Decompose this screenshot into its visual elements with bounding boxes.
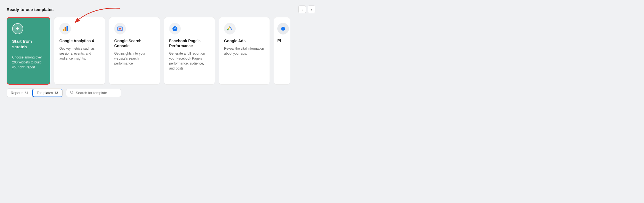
search-box[interactable] [66,89,121,97]
card-gads-desc: Reveal the vital information about your … [224,46,265,56]
card-fb-desc: Generate a full report on your Facebook … [169,51,210,71]
reports-label: Reports [11,91,23,95]
search-input[interactable] [76,91,117,95]
card-partial[interactable]: Pl [274,17,290,85]
cards-row: + Start from scratch Choose among over 2… [7,17,315,85]
tab-group: Reports 61 Templates 13 [7,89,63,97]
card-scratch[interactable]: + Start from scratch Choose among over 2… [7,17,50,85]
card-gads-title: Google Ads [224,38,265,43]
bottom-row: Reports 61 Templates 13 [7,89,315,97]
svg-rect-2 [66,26,68,31]
search-console-icon [114,23,126,34]
google-ads-icon [224,23,236,34]
google-analytics-icon [59,23,71,34]
templates-count: 13 [54,91,58,95]
card-google-ads[interactable]: Google Ads Reveal the vital information … [219,17,270,85]
partial-icon [277,23,289,34]
svg-point-10 [281,27,285,31]
svg-rect-1 [65,27,66,31]
nav-buttons: ‹ › [298,6,315,13]
card-search-console[interactable]: Google Search Console Get insights into … [109,17,160,85]
card-scratch-desc: Choose among over 200 widgets to build y… [12,55,45,70]
card-facebook[interactable]: Facebook Page's Performance Generate a f… [164,17,215,85]
page-title: Ready-to-use-templates [7,7,54,12]
card-ga4-title: Google Analytics 4 [59,38,100,43]
facebook-icon [169,23,181,34]
templates-label: Templates [37,91,53,95]
card-google-analytics[interactable]: Google Analytics 4 Get key metrics such … [54,17,105,85]
svg-line-12 [73,93,73,94]
plus-icon: + [12,23,23,34]
svg-rect-0 [63,29,64,31]
search-icon [70,91,74,95]
partial-title: Pl [277,38,287,43]
card-fb-title: Facebook Page's Performance [169,38,210,48]
prev-button[interactable]: ‹ [298,6,306,13]
reports-count: 61 [25,91,28,95]
header-row: Ready-to-use-templates ‹ › [7,6,315,13]
svg-point-9 [227,29,229,31]
card-ga4-desc: Get key metrics such as sessions, events… [59,46,100,61]
card-scratch-title: Start from scratch [12,39,45,49]
tab-reports[interactable]: Reports 61 [7,89,33,97]
card-gsc-desc: Get insights into your website's search … [114,51,155,66]
tab-templates[interactable]: Templates 13 [32,89,63,97]
card-gsc-title: Google Search Console [114,38,155,48]
next-button[interactable]: › [308,6,315,13]
